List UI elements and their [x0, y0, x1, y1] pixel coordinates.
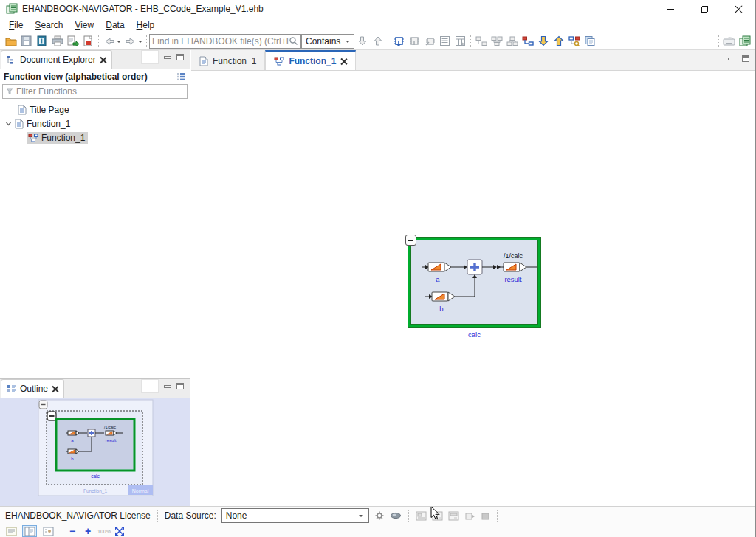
outline-mini-diagram: /1/calc a b result calc Function_1 Norma…	[0, 398, 190, 506]
chevron-down-icon[interactable]	[5, 120, 12, 127]
list-view-button[interactable]	[437, 33, 453, 49]
menu-help[interactable]: Help	[131, 18, 161, 32]
outline-thumbnail[interactable]: /1/calc a b result calc Function_1 Norma…	[0, 398, 190, 506]
menu-search[interactable]: Search	[29, 18, 69, 32]
eye-icon[interactable]	[390, 511, 402, 520]
structure-expand-button[interactable]	[489, 33, 504, 49]
view-menu-icon[interactable]	[176, 72, 186, 81]
contains-dropdown[interactable]: Contains	[301, 34, 354, 49]
menu-file[interactable]: File	[3, 18, 29, 32]
printer-icon	[52, 35, 63, 46]
left-panel-area: Document Explorer Function view (alphabe…	[0, 50, 190, 506]
model-canvas[interactable]: + /1/calc a b	[191, 71, 755, 505]
calibration-keyboard-button[interactable]	[721, 33, 737, 49]
scroll-up-button[interactable]	[370, 33, 385, 49]
contains-label: Contains	[306, 36, 340, 46]
zoom-reset-button[interactable]: 100%	[97, 529, 111, 534]
chevron-down-icon	[359, 515, 363, 519]
forward-icon	[125, 36, 137, 46]
filter-input[interactable]	[16, 86, 184, 97]
selected-tree-item[interactable]: Function_1	[27, 132, 88, 144]
handbook-info-button[interactable]	[34, 33, 49, 49]
collapse-button[interactable]	[405, 235, 416, 246]
model-icon	[274, 57, 284, 66]
print-button[interactable]	[49, 33, 65, 49]
find-input[interactable]	[152, 36, 289, 46]
tree-item-title-page[interactable]: Title Page	[0, 103, 190, 117]
table-view-button[interactable]	[453, 33, 468, 49]
toolbar-separator	[146, 35, 147, 47]
split-view-toggle[interactable]	[22, 525, 37, 537]
model-search-button[interactable]	[566, 33, 582, 49]
forward-button[interactable]	[123, 33, 138, 49]
tree-item-function-1[interactable]: Function_1	[0, 117, 190, 131]
tree-item-function-1-model[interactable]: Function_1	[0, 131, 190, 145]
table-icon	[455, 35, 466, 46]
forward-dropdown[interactable]	[138, 41, 142, 45]
main-toolbar: Contains	[0, 32, 755, 50]
minus-icon	[408, 240, 413, 241]
editor-tab-bar: Function_1 Function_1	[191, 50, 755, 71]
view-toolbar-button[interactable]	[141, 50, 159, 64]
close-icon[interactable]	[100, 57, 106, 63]
menu-data[interactable]: Data	[100, 18, 130, 32]
license-status: EHANDBOOK_NAVIGATOR License	[5, 510, 151, 521]
stop-icon[interactable]	[481, 511, 490, 521]
record-icon[interactable]	[464, 511, 475, 521]
back-button[interactable]	[101, 33, 117, 49]
calc-block[interactable]: + /1/calc a b	[408, 238, 540, 327]
experiment-window-icon[interactable]	[448, 511, 459, 521]
outline-view-icon	[7, 384, 16, 393]
maximize-icon[interactable]	[176, 383, 184, 389]
experiment-layout-icon[interactable]	[416, 511, 427, 521]
notebook-icon	[36, 35, 47, 46]
minimize-icon[interactable]	[164, 56, 171, 59]
tab-document-explorer[interactable]: Document Explorer	[1, 50, 112, 69]
tab-outline[interactable]: Outline	[1, 379, 64, 398]
save-button[interactable]	[18, 33, 34, 49]
interactive-model-button[interactable]	[520, 33, 535, 49]
calc-block-diagram[interactable]: + /1/calc a b	[405, 235, 546, 344]
restore-button[interactable]	[687, 0, 721, 18]
ecu-next-button[interactable]	[422, 33, 437, 49]
list-icon	[439, 35, 450, 46]
ecu-prev-button[interactable]	[406, 33, 422, 49]
close-icon[interactable]	[52, 386, 58, 392]
import-data-button[interactable]	[535, 33, 551, 49]
back-dropdown[interactable]	[117, 41, 121, 45]
maximize-icon[interactable]	[176, 54, 184, 60]
mouse-cursor	[430, 506, 441, 521]
model-view-toggle[interactable]	[41, 525, 55, 537]
gear-icon[interactable]	[374, 510, 385, 521]
structure-level-button[interactable]	[504, 33, 520, 49]
open-file-button[interactable]	[3, 33, 18, 49]
text-view-toggle[interactable]	[4, 525, 18, 537]
ehandbook-manager-button[interactable]	[737, 33, 752, 49]
minimize-icon[interactable]	[728, 58, 735, 60]
pdf-export-button[interactable]	[80, 33, 96, 49]
tab-function-1-document[interactable]: Function_1	[191, 50, 265, 70]
maximize-icon[interactable]	[742, 55, 749, 62]
outline-output-label: result	[106, 438, 117, 443]
document-explorer-header: Document Explorer	[0, 50, 190, 69]
fit-to-screen-icon[interactable]	[114, 526, 125, 536]
zoom-out-button[interactable]: −	[66, 525, 78, 537]
scroll-down-button[interactable]	[354, 33, 370, 49]
funnel-icon	[6, 88, 13, 95]
menu-view[interactable]: View	[69, 18, 100, 32]
ecu-structure-button[interactable]	[391, 33, 406, 49]
export-button[interactable]	[65, 33, 80, 49]
minimize-icon[interactable]	[164, 385, 171, 388]
zoom-in-button[interactable]: +	[82, 525, 94, 537]
export-data-button[interactable]	[551, 33, 566, 49]
view-toolbar-button[interactable]	[141, 379, 159, 393]
copy-button[interactable]	[582, 33, 597, 49]
structure-collapse-button[interactable]	[473, 33, 489, 49]
close-button[interactable]	[721, 0, 755, 18]
close-icon[interactable]	[340, 58, 347, 65]
tab-function-1-model[interactable]: Function_1	[265, 50, 356, 70]
data-source-dropdown[interactable]: None	[221, 508, 369, 523]
outline-header: Outline	[0, 379, 190, 398]
document-icon	[199, 56, 208, 66]
minimize-button[interactable]	[653, 0, 687, 18]
